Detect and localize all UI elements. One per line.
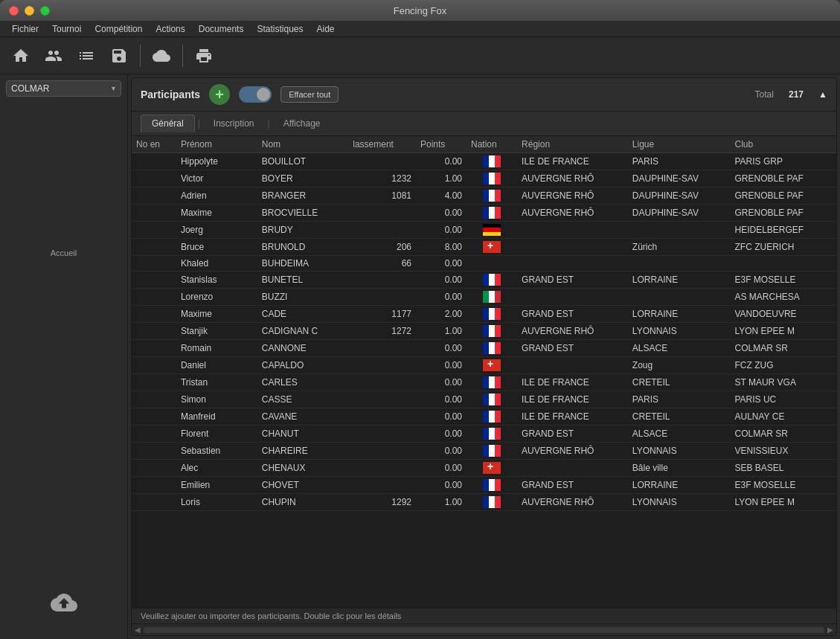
cell-region: AUVERGNE RHÔ	[517, 205, 628, 222]
competition-dropdown-wrapper[interactable]: COLMAR	[6, 80, 121, 97]
flag-fr	[483, 173, 501, 184]
table-row[interactable]: Joerg BRUDY 0.00 HEIDELBERGEF	[132, 222, 836, 239]
cell-classement	[348, 357, 416, 374]
cell-no	[132, 460, 176, 477]
title-bar: Fencing Fox	[0, 0, 840, 21]
cell-no	[132, 170, 176, 187]
tab-separator-2: |	[265, 118, 273, 129]
total-count: 217	[789, 89, 804, 100]
cell-prenom: Maxime	[176, 205, 257, 222]
table-row[interactable]: Loris CHUPIN 1292 1.00 AUVERGNE RHÔ LYON…	[132, 494, 836, 511]
table-row[interactable]: Alec CHENAUX 0.00 Bâle ville SEB BASEL	[132, 460, 836, 477]
menu-tournoi[interactable]: Tournoi	[46, 22, 87, 36]
table-row[interactable]: Khaled BUHDEIMA 66 0.00	[132, 256, 836, 272]
tab-inscription[interactable]: Inscription	[203, 115, 265, 132]
cell-club: AS MARCHESA	[730, 289, 836, 306]
cell-nation	[467, 187, 517, 205]
bottom-scrollbar[interactable]: ◀ ▶	[132, 623, 836, 635]
cloud-icon[interactable]	[150, 44, 173, 68]
menu-fichier[interactable]: Fichier	[6, 22, 45, 36]
cell-region: GRAND EST	[517, 306, 628, 323]
cell-points: 0.00	[416, 408, 467, 426]
table-row[interactable]: Bruce BRUNOLD 206 8.00 Zürich ZFC ZUERIC…	[132, 239, 836, 256]
table-row[interactable]: Tristan CARLES 0.00 ILE DE FRANCE CRETEI…	[132, 374, 836, 391]
tab-affichage[interactable]: Affichage	[273, 115, 331, 132]
cell-classement: 1272	[348, 323, 416, 340]
table-row[interactable]: Simon CASSE 0.00 ILE DE FRANCE PARIS PAR…	[132, 391, 836, 408]
table-row[interactable]: Stanislas BUNETEL 0.00 GRAND EST LORRAIN…	[132, 272, 836, 289]
table-row[interactable]: Lorenzo BUZZI 0.00 AS MARCHESA	[132, 289, 836, 306]
minimize-button[interactable]	[25, 6, 34, 16]
cell-prenom: Stanjik	[176, 323, 257, 340]
cell-ligue: DAUPHINE-SAV	[628, 170, 731, 187]
table-row[interactable]: Stanjik CADIGNAN C 1272 1.00 AUVERGNE RH…	[132, 323, 836, 340]
table-row[interactable]: Victor BOYER 1232 1.00 AUVERGNE RHÔ DAUP…	[132, 170, 836, 187]
cell-club: SEB BASEL	[730, 460, 836, 477]
table-row[interactable]: Romain CANNONE 0.00 GRAND EST ALSACE COL…	[132, 340, 836, 357]
toggle-button[interactable]	[239, 86, 272, 103]
cell-region: AUVERGNE RHÔ	[517, 170, 628, 187]
effacer-tout-button[interactable]: Effacer tout	[280, 86, 339, 103]
add-participant-button[interactable]: +	[209, 84, 230, 105]
scroll-top-button[interactable]: ▲	[818, 89, 827, 100]
scroll-right-btn[interactable]: ▶	[827, 626, 833, 634]
users-icon[interactable]	[42, 44, 65, 68]
menu-documents[interactable]: Documents	[193, 22, 250, 36]
save-icon[interactable]	[107, 44, 131, 68]
maximize-button[interactable]	[40, 6, 50, 16]
menu-actions[interactable]: Actions	[150, 22, 190, 36]
cell-no	[132, 357, 176, 374]
competition-dropdown[interactable]: COLMAR	[6, 80, 121, 97]
cell-no	[132, 340, 176, 357]
horizontal-scrollbar[interactable]	[144, 627, 824, 633]
table-row[interactable]: Emilien CHOVET 0.00 GRAND EST LORRAINE E…	[132, 477, 836, 494]
table-row[interactable]: Maxime CADE 1177 2.00 GRAND EST LORRAINE…	[132, 306, 836, 323]
cell-nation	[467, 460, 517, 477]
window-controls[interactable]	[9, 6, 50, 16]
cell-points: 0.00	[416, 222, 467, 239]
cell-club: HEIDELBERGEF	[730, 222, 836, 239]
participants-table-container[interactable]: No en Prénom Nom lassement Points Nation…	[132, 136, 836, 608]
table-row[interactable]: Manfreid CAVANE 0.00 ILE DE FRANCE CRETE…	[132, 408, 836, 426]
flag-fr	[483, 325, 501, 337]
cell-ligue: ALSACE	[628, 340, 731, 357]
cell-prenom: Emilien	[176, 477, 257, 494]
participants-title: Participants	[141, 89, 200, 100]
col-header-prenom: Prénom	[176, 136, 257, 153]
table-row[interactable]: Hippolyte BOUILLOT 0.00 ILE DE FRANCE PA…	[132, 153, 836, 170]
sidebar-accueil-label: Accueil	[51, 248, 77, 257]
scroll-left-btn[interactable]: ◀	[135, 626, 141, 634]
table-row[interactable]: Adrien BRANGER 1081 4.00 AUVERGNE RHÔ DA…	[132, 187, 836, 205]
cell-classement: 1081	[348, 187, 416, 205]
cell-points: 0.00	[416, 153, 467, 170]
cell-region	[517, 460, 628, 477]
home-icon[interactable]	[9, 44, 33, 68]
close-button[interactable]	[9, 6, 19, 16]
table-row[interactable]: Daniel CAPALDO 0.00 Zoug FCZ ZUG	[132, 357, 836, 374]
cell-nom: BROCVIELLE	[257, 205, 348, 222]
cell-club: ZFC ZUERICH	[730, 239, 836, 256]
cell-region	[517, 222, 628, 239]
cell-nation	[467, 222, 517, 239]
cell-ligue: PARIS	[628, 153, 731, 170]
menu-competition[interactable]: Compétition	[89, 22, 148, 36]
upload-icon[interactable]	[51, 589, 77, 621]
menu-aide[interactable]: Aide	[311, 22, 341, 36]
menu-statistiques[interactable]: Statistiques	[251, 22, 309, 36]
cell-club: COLMAR SR	[730, 426, 836, 443]
cell-ligue: DAUPHINE-SAV	[628, 205, 731, 222]
cell-nom: CHAREIRE	[257, 443, 348, 460]
cell-region: ILE DE FRANCE	[517, 408, 628, 426]
cell-prenom: Alec	[176, 460, 257, 477]
tab-general[interactable]: Général	[141, 115, 195, 132]
table-row[interactable]: Maxime BROCVIELLE 0.00 AUVERGNE RHÔ DAUP…	[132, 205, 836, 222]
table-row[interactable]: Sebastien CHAREIRE 0.00 AUVERGNE RHÔ LYO…	[132, 443, 836, 460]
print-icon[interactable]	[192, 44, 216, 68]
cell-ligue: PARIS	[628, 391, 731, 408]
main-content: COLMAR Accueil Participants + Effacer to…	[0, 74, 840, 639]
cell-nom: CASSE	[257, 391, 348, 408]
table-row[interactable]: Florent CHANUT 0.00 GRAND EST ALSACE COL…	[132, 426, 836, 443]
cell-nation	[467, 153, 517, 170]
list-icon[interactable]	[74, 44, 98, 68]
cell-classement	[348, 289, 416, 306]
